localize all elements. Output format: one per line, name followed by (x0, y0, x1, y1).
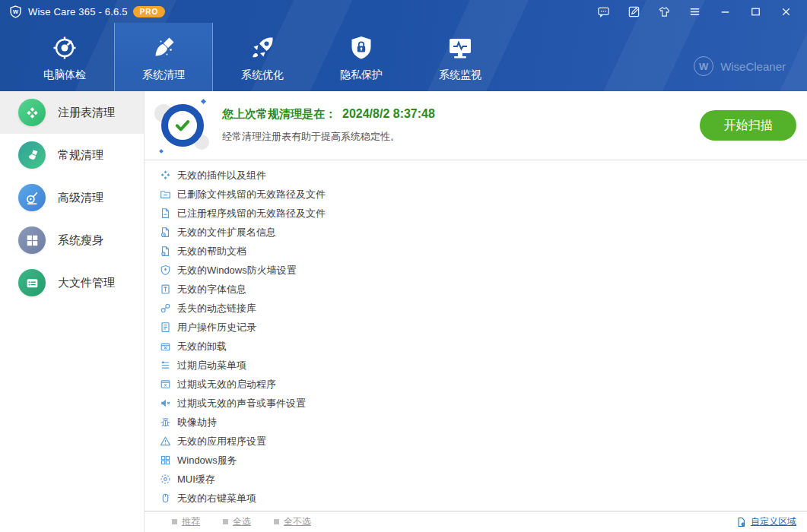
list-item-label: 无效的字体信息 (177, 283, 246, 296)
list-item-label: 映像劫持 (177, 416, 217, 429)
select-all-link[interactable]: 全选 (223, 515, 251, 528)
list-item[interactable]: 过期启动菜单项 (160, 356, 807, 375)
sidebar: 注册表清理常规清理高级清理系统瘦身大文件管理 (0, 91, 145, 532)
sparkle-icon (159, 149, 164, 154)
monitor-icon (446, 33, 474, 62)
sidebar-item-label: 常规清理 (58, 148, 103, 163)
sidebar-item-common-clean[interactable]: 常规清理 (0, 134, 144, 176)
edit-icon[interactable] (618, 0, 649, 23)
minimize-icon[interactable] (710, 0, 740, 23)
status-check-icon (154, 97, 211, 154)
list-item-label: Windows服务 (177, 454, 237, 467)
footer-link-label: 全选 (233, 515, 251, 528)
file-del-icon (160, 207, 171, 219)
brand-logo: W WiseCleaner (694, 56, 786, 76)
brand-text: WiseCleaner (720, 60, 786, 73)
sidebar-item-big-file-manager[interactable]: 大文件管理 (0, 261, 144, 304)
sidebar-item-label: 高级清理 (58, 191, 103, 205)
tab-label: 电脑体检 (43, 68, 86, 82)
nav-tabs: 电脑体检系统清理系统优化隐私保护系统监视 (0, 23, 510, 91)
list-item-label: 过期或无效的启动程序 (177, 378, 276, 391)
close-icon[interactable] (770, 0, 801, 23)
contextmenu-icon (160, 492, 171, 504)
list-item[interactable]: 无效的卸载 (160, 337, 807, 356)
sound-icon (160, 397, 171, 409)
wisecleaner-logo-icon: W (694, 56, 713, 76)
tab-label: 系统监视 (439, 68, 481, 82)
sidebar-item-advanced-clean[interactable]: 高级清理 (0, 176, 144, 219)
list-item-label: 无效的插件以及组件 (177, 169, 266, 182)
list-item-label: 无效的帮助文档 (177, 245, 246, 258)
pc-checkup-icon (51, 33, 78, 62)
custom-area-label: 自定义区域 (751, 515, 796, 528)
app-window: W Wise Care 365 - 6.6.5 PRO 电脑体检系统清理系统优化… (0, 0, 807, 532)
feedback-icon[interactable] (588, 0, 618, 23)
list-item[interactable]: 无效的插件以及组件 (160, 166, 807, 185)
list-item[interactable]: 过期或无效的启动程序 (160, 375, 807, 394)
vacuum-icon (18, 184, 46, 211)
footer-links: 推荐全选全不选 (172, 515, 311, 528)
titlebar-buttons (588, 0, 801, 23)
tab-system-monitor[interactable]: 系统监视 (411, 23, 510, 91)
footer-link-label: 全不选 (284, 515, 311, 528)
sidebar-item-registry-clean[interactable]: 注册表清理 (0, 91, 144, 134)
sidebar-item-label: 注册表清理 (58, 106, 115, 120)
list-item-label: 过期启动菜单项 (177, 359, 246, 372)
list-item[interactable]: 无效的字体信息 (160, 280, 807, 299)
status-description: 经常清理注册表有助于提高系统稳定性。 (222, 130, 435, 144)
list-item[interactable]: 无效的帮助文档 (160, 242, 807, 261)
header-texts: 您上次常规清理是在：2024/8/2 8:37:48 经常清理注册表有助于提高系… (222, 107, 435, 144)
select-none-link[interactable]: 全不选 (274, 515, 311, 528)
tab-pc-checkup[interactable]: 电脑体检 (15, 23, 114, 91)
registry-icon (18, 99, 46, 126)
tab-system-clean[interactable]: 系统清理 (114, 23, 213, 91)
list-item[interactable]: 无效的应用程序设置 (160, 432, 807, 451)
dll-icon (160, 302, 171, 314)
list-item-label: 无效的Windows防火墙设置 (177, 264, 297, 277)
tab-privacy-protect[interactable]: 隐私保护 (312, 23, 411, 91)
custom-area-link[interactable]: 自定义区域 (736, 515, 796, 528)
list-item-label: 无效的右键菜单项 (177, 492, 256, 505)
bigfile-icon (18, 269, 46, 296)
content: 您上次常规清理是在：2024/8/2 8:37:48 经常清理注册表有助于提高系… (145, 91, 807, 532)
content-header: 您上次常规清理是在：2024/8/2 8:37:48 经常清理注册表有助于提高系… (145, 91, 807, 160)
recommend-link[interactable]: 推荐 (172, 515, 200, 528)
list-item[interactable]: 用户操作历史记录 (160, 318, 807, 337)
tab-label: 系统优化 (241, 68, 284, 82)
tab-label: 系统清理 (142, 68, 185, 82)
list-item[interactable]: Windows服务 (160, 451, 807, 470)
tab-system-optimize[interactable]: 系统优化 (213, 23, 312, 91)
list-item[interactable]: 已注册程序残留的无效路径及文件 (160, 204, 807, 223)
titlebar: W Wise Care 365 - 6.6.5 PRO (0, 0, 807, 23)
theme-icon[interactable] (649, 0, 679, 23)
optimize-icon (249, 33, 276, 62)
sparkle-icon (201, 99, 206, 104)
main-nav: 电脑体检系统清理系统优化隐私保护系统监视 W WiseCleaner (0, 23, 807, 91)
list-item[interactable]: 无效的Windows防火墙设置 (160, 261, 807, 280)
list-item-label: 无效的应用程序设置 (177, 435, 266, 448)
list-item-label: 无效的文件扩展名信息 (177, 226, 276, 239)
maximize-icon[interactable] (740, 0, 770, 23)
footer-link-label: 推荐 (182, 515, 200, 528)
start-scan-button[interactable]: 开始扫描 (700, 110, 796, 141)
menu-icon[interactable] (679, 0, 710, 23)
list-item[interactable]: 映像劫持 (160, 413, 807, 432)
tab-label: 隐私保护 (340, 68, 383, 82)
help-doc-icon (160, 245, 171, 257)
list-item[interactable]: 过期或无效的声音或事件设置 (160, 394, 807, 413)
sidebar-item-label: 系统瘦身 (58, 233, 103, 248)
list-item-label: 丢失的动态链接库 (177, 302, 256, 315)
list-item[interactable]: 丢失的动态链接库 (160, 299, 807, 318)
last-clean-time: 2024/8/2 8:37:48 (342, 107, 435, 120)
list-item[interactable]: 无效的右键菜单项 (160, 489, 807, 508)
list-item[interactable]: MUI缓存 (160, 470, 807, 489)
list-item-label: 无效的卸载 (177, 340, 227, 353)
list-item[interactable]: 无效的文件扩展名信息 (160, 223, 807, 242)
history-icon (160, 321, 171, 333)
svg-text:W: W (13, 8, 18, 15)
firewall-icon (160, 264, 171, 276)
sidebar-item-system-slim[interactable]: 系统瘦身 (0, 219, 144, 261)
list-item[interactable]: 已删除文件残留的无效路径及文件 (160, 185, 807, 204)
custom-area-icon (736, 517, 747, 527)
last-clean-line: 您上次常规清理是在：2024/8/2 8:37:48 (222, 107, 435, 122)
